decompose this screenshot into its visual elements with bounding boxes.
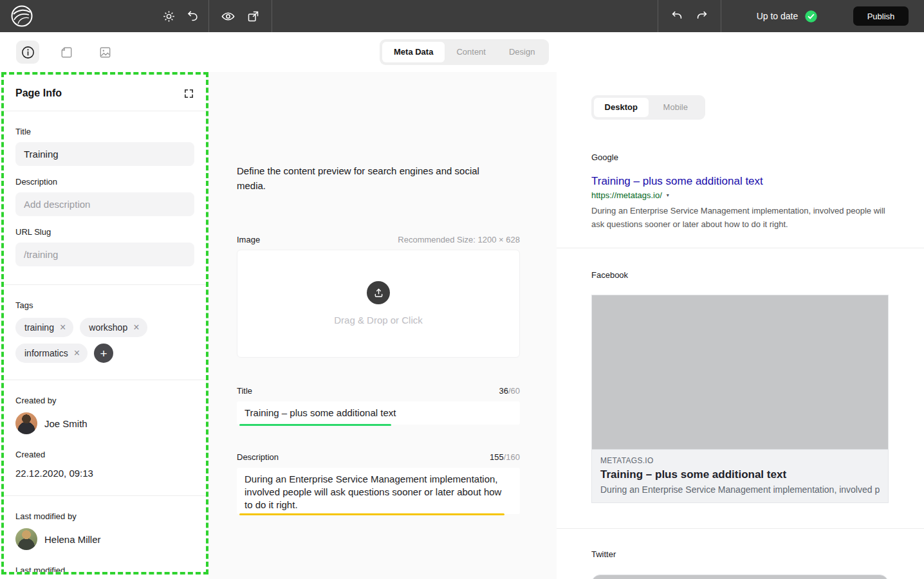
section-divider: [557, 528, 924, 529]
tag-workshop[interactable]: workshop ×: [80, 318, 147, 337]
description-length-indicator: [239, 513, 504, 515]
modified-section: Last modified by Helena Miller Last modi…: [4, 496, 206, 574]
tab-content[interactable]: Content: [445, 42, 497, 62]
description-label: Description: [15, 177, 194, 187]
info-icon: [21, 45, 35, 60]
app-logo[interactable]: [10, 5, 33, 28]
expand-icon[interactable]: [183, 88, 194, 99]
title-input[interactable]: [15, 142, 194, 166]
tag-label: workshop: [89, 322, 127, 333]
created-section: Created by Joe Smith Created 22.12.2020,…: [4, 380, 206, 496]
last-modified-by-label: Last modified by: [15, 511, 194, 521]
url-slug-field: URL Slug: [15, 227, 194, 266]
publish-status: Up to date: [721, 0, 853, 32]
redo-icon[interactable]: [695, 9, 709, 23]
tab-meta-data[interactable]: Meta Data: [382, 42, 445, 62]
page-info-panel: Page Info Title Description URL Slug: [1, 72, 208, 574]
description-input[interactable]: [15, 192, 194, 216]
recommended-size: Recommended Size: 1200 × 628: [398, 235, 520, 244]
image-label: Image: [237, 235, 260, 244]
tag-informatics[interactable]: informatics ×: [15, 344, 88, 363]
tool-pages[interactable]: [55, 41, 78, 64]
url-slug-input[interactable]: [15, 243, 194, 266]
publish-button[interactable]: Publish: [853, 6, 909, 26]
description-max: /160: [504, 452, 520, 462]
toggle-mobile[interactable]: Mobile: [649, 98, 703, 117]
toggle-desktop[interactable]: Desktop: [594, 98, 649, 117]
avatar: [15, 528, 37, 550]
tag-training[interactable]: training ×: [15, 318, 73, 337]
avatar: [15, 412, 37, 434]
view-tabs: Meta Data Content Design: [380, 39, 549, 65]
add-tag-button[interactable]: +: [94, 344, 113, 363]
editor-intro-text: Define the content preview for search en…: [237, 163, 497, 194]
open-external-icon[interactable]: [246, 10, 260, 23]
image-dropzone[interactable]: Drag & Drop or Click: [237, 250, 520, 358]
meta-description-input[interactable]: During an Enterprise Service Management …: [237, 468, 520, 514]
created-label: Created: [15, 450, 194, 459]
description-field: Description: [15, 177, 194, 216]
created-value: 22.12.2020, 09:13: [15, 468, 194, 479]
meta-description-label-row: Description 155/160: [237, 452, 520, 462]
meta-title-wrap: [237, 401, 520, 425]
main-area: Page Info Title Description URL Slug: [0, 72, 924, 579]
tool-page-info[interactable]: [16, 41, 39, 64]
settings-gear-icon[interactable]: [162, 10, 176, 23]
topbar-view-group: [209, 0, 272, 32]
image-label-row: Image Recommended Size: 1200 × 628: [237, 235, 520, 244]
page-icon: [59, 45, 74, 60]
title-length-indicator: [239, 424, 391, 426]
created-by-row: Joe Smith: [15, 412, 194, 434]
title-label: Title: [15, 127, 194, 136]
meta-editor-column: Define the content preview for search en…: [208, 72, 557, 579]
status-check-icon: [804, 10, 818, 23]
tool-media[interactable]: [93, 41, 116, 64]
topbar-divider: [272, 0, 272, 32]
upload-icon: [367, 281, 390, 304]
preview-column: Desktop Mobile Google Training – plus so…: [557, 72, 924, 579]
page-fields-section: Title Description URL Slug: [4, 111, 206, 285]
title-field: Title: [15, 127, 194, 166]
page-info-header: Page Info: [4, 75, 206, 111]
tab-design[interactable]: Design: [497, 42, 546, 62]
url-slug-label: URL Slug: [15, 227, 194, 237]
description-counter: 155/160: [490, 452, 520, 462]
topbar-settings-group: [153, 0, 208, 32]
undo-icon[interactable]: [670, 9, 684, 23]
google-result-description: During an Enterprise Service Management …: [591, 204, 896, 231]
created-by-name: Joe Smith: [44, 418, 88, 429]
sub-toolbar: Meta Data Content Design: [0, 32, 924, 72]
facebook-section-label: Facebook: [591, 270, 628, 280]
google-section-label: Google: [591, 152, 618, 162]
facebook-card: METATAGS.IO Training – plus some additio…: [591, 295, 889, 503]
meta-title-input[interactable]: [237, 401, 520, 425]
created-by-label: Created by: [15, 396, 194, 405]
twitter-preview-section: Twitter: [591, 548, 924, 579]
remove-tag-icon[interactable]: ×: [133, 322, 139, 333]
remove-tag-icon[interactable]: ×: [74, 348, 80, 358]
revert-arrow-icon[interactable]: [185, 9, 199, 23]
status-text: Up to date: [757, 11, 799, 21]
google-url-row: https://metatags.io/ ▾: [591, 190, 924, 200]
meta-description-label: Description: [237, 452, 279, 462]
meta-title-label-row: Title 36/60: [237, 386, 520, 396]
undo-redo-group: [658, 0, 721, 32]
logo-swirl-icon: [10, 5, 33, 28]
facebook-description: During an Enterprise Service Management …: [600, 484, 880, 495]
last-modified-by-row: Helena Miller: [15, 528, 194, 550]
panel-title: Page Info: [15, 87, 62, 99]
meta-title-label: Title: [237, 386, 252, 396]
google-preview-section: Google Training – plus some additional t…: [591, 151, 924, 231]
facebook-title: Training – plus some additional text: [600, 468, 880, 481]
last-modified-by-name: Helena Miller: [44, 534, 101, 545]
twitter-image-placeholder: [591, 574, 889, 579]
twitter-section-label: Twitter: [591, 549, 616, 559]
title-max: /60: [508, 386, 520, 396]
remove-tag-icon[interactable]: ×: [60, 322, 66, 333]
google-caret-down-icon[interactable]: ▾: [667, 192, 669, 198]
preview-eye-icon[interactable]: [221, 9, 236, 24]
facebook-image-placeholder: [592, 295, 888, 449]
top-bar: Up to date Publish: [0, 0, 924, 32]
google-result-title[interactable]: Training – plus some additional text: [591, 175, 924, 188]
tags-section: Tags training × workshop × informatics ×…: [4, 285, 206, 380]
